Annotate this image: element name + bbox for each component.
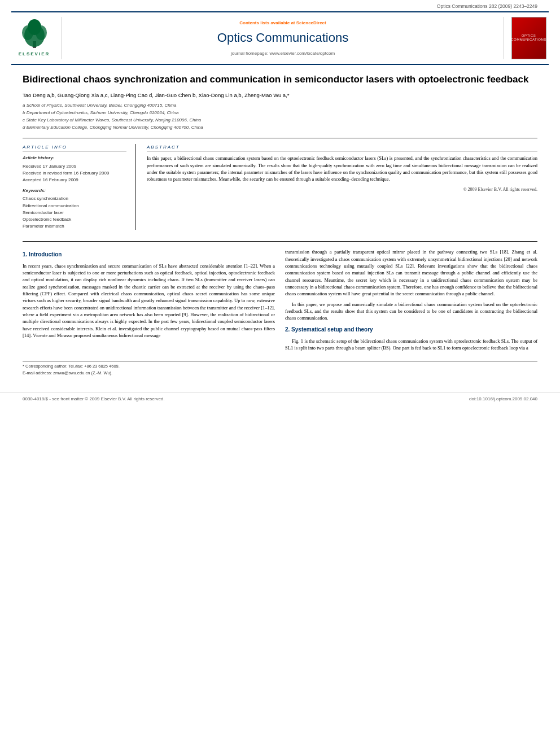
authors-line: Tao Deng a,b, Guang-Qiong Xia a,c, Liang… <box>23 91 537 99</box>
affiliation-c: c State Key Laboratory of Millimeter Wav… <box>23 117 537 124</box>
sciencedirect-label: ScienceDirect <box>296 20 326 25</box>
keyword-3: Semiconductor laser <box>23 209 126 216</box>
keyword-2: Bidirectional communication <box>23 203 126 209</box>
intro-paragraph-1: In recent years, chaos synchronization a… <box>23 263 275 339</box>
corresponding-note: * Corresponding author. Tel./fax: +86 23… <box>23 364 537 370</box>
article-info-column: Article Info Article history: Received 1… <box>23 144 135 230</box>
affiliation-b: b Department of Optoelectronics, Sichuan… <box>23 110 537 116</box>
elsevier-logo: ELSEVIER <box>18 19 51 57</box>
received-date-2: Received in revised form 16 February 200… <box>23 170 126 176</box>
setup-heading: 2. Systematical setup and theory <box>285 326 537 334</box>
copyright-line: © 2009 Elsevier B.V. All rights reserved… <box>147 186 537 193</box>
cover-title-text: Optics Communications <box>511 34 546 43</box>
journal-header: ELSEVIER Contents lists available at Sci… <box>11 11 549 65</box>
keyword-4: Optoelectronic feedback <box>23 216 126 222</box>
affiliations: a School of Physics, Southwest Universit… <box>23 102 537 131</box>
received-date-1: Received 17 January 2009 <box>23 163 126 169</box>
article-info-label: Article Info <box>23 144 126 152</box>
keywords-label: Keywords: <box>23 187 126 194</box>
article-content: Bidirectional chaos synchronization and … <box>0 65 560 386</box>
intro-heading: 1. Introduction <box>23 251 275 259</box>
article-info-abstract-section: Article Info Article history: Received 1… <box>23 138 537 230</box>
body-content: 1. Introduction In recent years, chaos s… <box>23 248 537 355</box>
article-history-label: Article history: <box>23 155 126 161</box>
section-divider <box>23 241 537 242</box>
journal-homepage: journal homepage: www.elsevier.com/locat… <box>231 50 335 56</box>
doi-footer: doi:10.1016/j.optcom.2009.02.040 <box>469 396 537 402</box>
journal-cover-image: Optics Communications <box>511 17 546 59</box>
affiliation-a: a School of Physics, Southwest Universit… <box>23 102 537 109</box>
elsevier-tree-icon <box>18 19 51 50</box>
footer-note: * Corresponding author. Tel./fax: +86 23… <box>23 361 537 377</box>
setup-paragraph: Fig. 1 is the schematic setup of the bid… <box>285 338 537 352</box>
journal-citation: Optics Communications 282 (2009) 2243–22… <box>0 0 560 11</box>
keyword-1: Chaos synchronization <box>23 195 126 202</box>
keyword-5: Parameter mismatch <box>23 223 126 229</box>
bottom-bar: 0030-4018/$ - see front matter © 2009 El… <box>0 392 560 405</box>
elsevier-wordmark: ELSEVIER <box>19 51 50 57</box>
email-note: E-mail address: zmwu@swu.edu.cn (Z.-M. W… <box>23 370 537 377</box>
journal-title: Optics Communications <box>217 29 348 47</box>
intro-paragraph-3: In this paper, we propose and numericall… <box>285 301 537 322</box>
citation-text: Optics Communications 282 (2009) 2243–22… <box>437 3 537 9</box>
abstract-label: Abstract <box>147 144 537 152</box>
body-left-column: 1. Introduction In recent years, chaos s… <box>23 248 275 355</box>
body-right-column: transmission through a partially transpa… <box>285 248 537 355</box>
journal-cover-section: Optics Communications <box>504 17 549 59</box>
article-title: Bidirectional chaos synchronization and … <box>23 73 537 86</box>
accepted-date: Accepted 16 February 2009 <box>23 177 126 183</box>
elsevier-logo-section: ELSEVIER <box>11 17 62 59</box>
sciencedirect-link: Contents lists available at ScienceDirec… <box>239 20 326 26</box>
svg-point-4 <box>28 19 41 35</box>
abstract-column: Abstract In this paper, a bidirectional … <box>147 144 537 230</box>
journal-header-center: Contents lists available at ScienceDirec… <box>62 17 504 59</box>
intro-paragraph-2: transmission through a partially transpa… <box>285 248 537 297</box>
affiliation-d: d Elementary Education College, Chongqin… <box>23 124 537 131</box>
copyright-footer: 0030-4018/$ - see front matter © 2009 El… <box>23 396 165 402</box>
page-wrapper: Optics Communications 282 (2009) 2243–22… <box>0 0 560 747</box>
abstract-text: In this paper, a bidirectional chaos com… <box>147 155 537 182</box>
